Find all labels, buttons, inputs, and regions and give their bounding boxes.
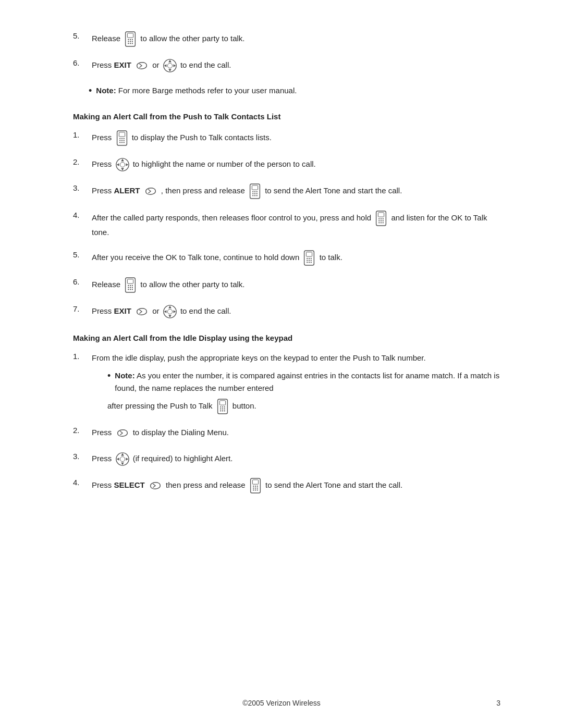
- page-content: 5. Release to allow the other party to t…: [73, 31, 500, 493]
- list-number: 4.: [73, 211, 88, 219]
- list-text: Press to highlight the name or number of…: [92, 157, 500, 172]
- list-number: 4.: [73, 478, 88, 487]
- list-item: 4. Press SELECT then press and release t…: [73, 478, 500, 493]
- list-item: 3. Press ALERT , then press and release …: [73, 183, 500, 199]
- list-item: 2. Press to display the Dialing Menu.: [73, 426, 500, 440]
- list-number: 6.: [73, 277, 88, 286]
- list-item: 6. Release to allow the other party to t…: [73, 277, 500, 293]
- nav-button-icon: [163, 304, 177, 319]
- list-item: 2. Press to highlight the name or number…: [73, 157, 500, 172]
- list-text: Press (if required) to highlight Alert.: [92, 452, 500, 466]
- list-number: 1.: [73, 352, 88, 361]
- list-number: 2.: [73, 426, 88, 435]
- list-text: After you receive the OK to Talk tone, c…: [92, 250, 500, 266]
- list-text: Release to allow the other party to talk…: [92, 277, 500, 293]
- list-number: 2.: [73, 157, 88, 166]
- list-text: Press SELECT then press and release to s…: [92, 478, 500, 493]
- list-number: 3.: [73, 452, 88, 461]
- list-item: 7. Press EXIT or to end the call.: [73, 304, 500, 319]
- bold-exit: EXIT: [114, 306, 131, 315]
- bold-exit: EXIT: [114, 60, 131, 69]
- phone-icon: [124, 31, 137, 47]
- footer-page: 3: [496, 699, 500, 707]
- bullet-item: • Note: For more Barge methods refer to …: [89, 84, 500, 97]
- phone-icon: [124, 277, 137, 293]
- bullet-dot: •: [107, 369, 111, 382]
- list-text: After the called party responds, then re…: [92, 211, 500, 239]
- note-continued: after pressing the Push to Talk button.: [107, 399, 500, 414]
- bold-select: SELECT: [114, 480, 145, 489]
- exit-button-icon: [115, 426, 130, 440]
- list-number: 5.: [73, 250, 88, 259]
- list-item: 4. After the called party responds, then…: [73, 211, 500, 239]
- sub-bullet: • Note: As you enter the number, it is c…: [107, 369, 500, 394]
- list-item: 3. Press (if required) to highlight Aler…: [73, 452, 500, 466]
- list-text: Press EXIT or to end the call.: [92, 304, 500, 319]
- bold-alert: ALERT: [114, 186, 140, 195]
- list-item: 1. From the idle display, push the appro…: [73, 352, 500, 414]
- bullet-text: Note: For more Barge methods refer to yo…: [96, 84, 500, 97]
- list-text: Press ALERT , then press and release to …: [92, 183, 500, 199]
- bullet-dot: •: [89, 84, 92, 97]
- list-number: 6.: [73, 58, 88, 67]
- phone-icon: [302, 250, 316, 266]
- list-text: Press to display the Dialing Menu.: [92, 426, 500, 440]
- list-text: Press EXIT or to end the call.: [92, 58, 500, 73]
- exit-button-icon: [134, 58, 149, 73]
- list-text: Release to allow the other party to talk…: [92, 31, 500, 47]
- list-text: Press to display the Push to Talk contac…: [92, 130, 500, 146]
- list-number: 3.: [73, 183, 88, 192]
- note-bold: Note:: [96, 86, 116, 95]
- note-text: Note: As you enter the number, it is com…: [115, 369, 500, 394]
- list-item: 5. Release to allow the other party to t…: [73, 31, 500, 47]
- nav-button-icon: [163, 58, 177, 73]
- section-alert-idle: Making an Alert Call from the Idle Displ…: [73, 334, 500, 493]
- list-number: 7.: [73, 304, 88, 313]
- exit-button-icon: [143, 184, 158, 199]
- exit-button-icon: [148, 478, 163, 493]
- list-number: 1.: [73, 130, 88, 139]
- phone-icon: [248, 183, 262, 199]
- exit-button-icon: [134, 304, 149, 319]
- list-item: 5. After you receive the OK to Talk tone…: [73, 250, 500, 266]
- phone-icon: [374, 211, 388, 226]
- section-heading: Making an Alert Call from the Push to Ta…: [73, 112, 500, 121]
- phone-icon: [115, 130, 129, 146]
- section-heading-2: Making an Alert Call from the Idle Displ…: [73, 334, 500, 342]
- list-number: 5.: [73, 31, 88, 40]
- top-section: 5. Release to allow the other party to t…: [73, 31, 500, 97]
- list-item: 6. Press EXIT or to end the call.: [73, 58, 500, 73]
- section-alert-contacts: Making an Alert Call from the Push to Ta…: [73, 112, 500, 319]
- phone-icon: [249, 478, 262, 493]
- note-bold: Note:: [115, 371, 134, 380]
- nav-icon: [115, 157, 130, 172]
- nav-icon: [115, 452, 130, 466]
- list-item: 1. Press to display the Push to Talk con…: [73, 130, 500, 146]
- phone-icon: [216, 399, 229, 414]
- list-text: From the idle display, push the appropri…: [92, 352, 500, 414]
- footer-copyright: ©2005 Verizon Wireless: [242, 699, 321, 707]
